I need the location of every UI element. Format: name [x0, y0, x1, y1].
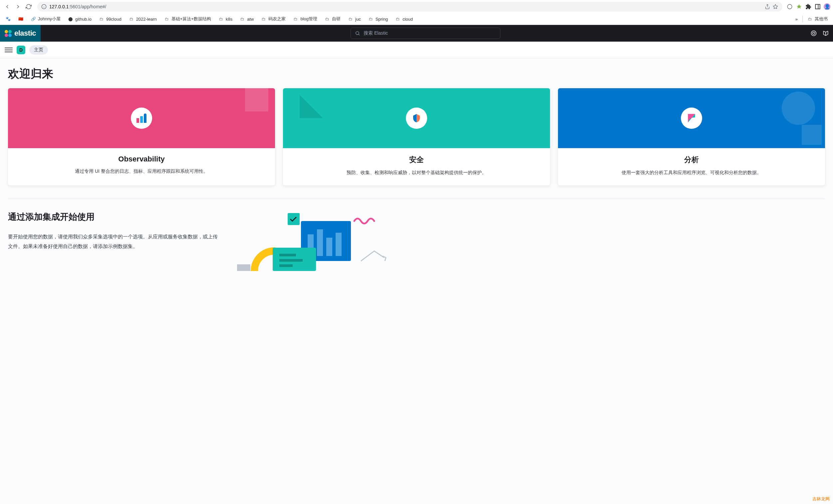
svg-point-10 — [811, 31, 816, 36]
browser-chrome: 127.0.0.1:5601/app/home#/ 👤 🐾 🇨🇳 🔗Johnny… — [0, 0, 833, 25]
integrations-section: 通过添加集成开始使用 要开始使用您的数据，请使用我们众多采集选项中的一个选项。从… — [8, 211, 825, 271]
info-icon — [41, 4, 47, 9]
welcome-title: 欢迎归来 — [8, 66, 825, 81]
card-observability[interactable]: Observability 通过专用 UI 整合您的日志、指标、应用程序跟踪和系… — [8, 88, 275, 186]
bookmark-item[interactable]: 🔗Johnny小屋 — [28, 15, 63, 23]
help-icon[interactable] — [810, 30, 817, 37]
card-analytics[interactable]: 分析 使用一套强大的分析工具和应用程序浏览、可视化和分析您的数据。 — [558, 88, 825, 186]
link-icon: 🔗 — [31, 16, 36, 22]
bookmark-item[interactable]: ⬤github.io — [65, 15, 94, 23]
folder-icon: 🗀 — [261, 16, 266, 22]
solution-cards: Observability 通过专用 UI 整合您的日志、指标、应用程序跟踪和系… — [8, 88, 825, 186]
nav-back-button[interactable] — [3, 2, 12, 11]
card-header — [283, 88, 550, 148]
profile-avatar[interactable]: 👤 — [824, 3, 830, 10]
url-bar[interactable]: 127.0.0.1:5601/app/home#/ — [37, 2, 782, 11]
folder-icon: 🗀 — [218, 16, 224, 22]
space-selector[interactable]: D — [17, 46, 25, 54]
svg-rect-20 — [279, 259, 303, 262]
bookmark-item[interactable]: 🗀自研 — [322, 15, 343, 23]
bookmark-label: cloud — [403, 17, 413, 22]
bookmark-overflow-button[interactable]: » — [793, 15, 800, 23]
browser-toolbar: 127.0.0.1:5601/app/home#/ 👤 — [0, 0, 833, 13]
bookmark-item[interactable]: 🗀Spring — [365, 15, 391, 23]
bookmark-label: 其他书 — [815, 16, 828, 22]
url-actions — [764, 4, 778, 10]
card-title: Observability — [16, 155, 267, 164]
bookmark-label: juc — [355, 17, 361, 22]
bookmark-label: Johnny小屋 — [38, 16, 61, 22]
baidu-icon: 🐾 — [5, 16, 11, 22]
watermark: 吉林龙网 — [812, 496, 830, 502]
nav-reload-button[interactable] — [24, 2, 33, 11]
bookmark-item[interactable]: 🗀blog管理 — [290, 15, 320, 23]
nav-forward-button[interactable] — [13, 2, 23, 11]
svg-marker-4 — [773, 4, 778, 9]
integrations-illustration — [234, 211, 387, 271]
card-title: 安全 — [291, 155, 542, 165]
search-placeholder: 搜索 Elastic — [363, 30, 388, 36]
svg-point-5 — [787, 4, 792, 9]
newsfeed-icon[interactable] — [822, 30, 829, 37]
folder-icon: 🗀 — [240, 16, 245, 22]
bookmark-item[interactable]: 🗀码农之家 — [258, 15, 288, 23]
bookmark-label: k8s — [226, 17, 232, 22]
elastic-header-actions — [810, 30, 829, 37]
bookmark-label: 码农之家 — [268, 16, 286, 22]
bookmark-item[interactable]: 🗀cloud — [392, 15, 415, 23]
other-bookmarks-folder[interactable]: 🗀其他书 — [805, 15, 830, 23]
section-divider — [8, 199, 825, 199]
svg-rect-19 — [279, 254, 296, 256]
star-icon[interactable] — [772, 4, 778, 10]
bookmark-item[interactable]: 🗀99cloud — [96, 15, 124, 23]
bookmark-item[interactable]: 🗀k8s — [216, 15, 235, 23]
nav-menu-button[interactable] — [5, 46, 13, 54]
bookmark-item[interactable]: 🗀juc — [345, 15, 363, 23]
elastic-logo-text: elastic — [14, 29, 36, 38]
elastic-subheader: D 主页 — [0, 42, 833, 58]
bookmark-item[interactable]: 🐾 — [3, 15, 13, 23]
folder-icon: 🗀 — [395, 16, 401, 22]
bookmark-label: 99cloud — [106, 17, 121, 22]
svg-rect-15 — [326, 238, 332, 256]
bookmarks-divider — [802, 16, 803, 22]
bookmark-item[interactable]: 🗀基础+算法+数据结构 — [162, 15, 214, 23]
folder-icon: 🗀 — [348, 16, 353, 22]
share-icon[interactable] — [764, 4, 770, 10]
elastic-header: elastic 搜索 Elastic — [0, 25, 833, 42]
extensions-puzzle-icon[interactable] — [805, 3, 812, 10]
kibana-icon — [681, 107, 702, 129]
elastic-logo[interactable]: elastic — [0, 25, 41, 42]
breadcrumb[interactable]: 主页 — [29, 45, 48, 55]
elastic-logo-icon — [5, 30, 11, 37]
search-icon — [355, 31, 360, 36]
svg-point-8 — [356, 32, 359, 34]
card-security[interactable]: 安全 预防、收集、检测和响应威胁，以对整个基础架构提供统一的保护。 — [283, 88, 550, 186]
bookmark-item[interactable]: 🗀2022-learn — [126, 15, 160, 23]
card-body: 安全 预防、收集、检测和响应威胁，以对整个基础架构提供统一的保护。 — [283, 148, 550, 186]
svg-rect-21 — [279, 264, 293, 267]
bookmarks-bar: 🐾 🇨🇳 🔗Johnny小屋 ⬤github.io 🗀99cloud 🗀2022… — [0, 13, 833, 25]
folder-icon: 🗀 — [293, 16, 298, 22]
svg-rect-14 — [317, 230, 323, 256]
folder-icon: 🗀 — [164, 16, 169, 22]
elastic-search-input[interactable]: 搜索 Elastic — [351, 28, 500, 39]
home-content: 欢迎归来 Observability 通过专用 UI 整合您的日志、指标、应用程… — [0, 58, 833, 504]
bookmark-label: 自研 — [332, 16, 340, 22]
card-body: Observability 通过专用 UI 整合您的日志、指标、应用程序跟踪和系… — [8, 148, 275, 184]
extension-icon-2[interactable] — [796, 3, 802, 10]
bookmark-item[interactable]: 🗀atw — [237, 15, 256, 23]
arrow-left-icon — [4, 4, 10, 10]
folder-icon: 🗀 — [129, 16, 134, 22]
card-body: 分析 使用一套强大的分析工具和应用程序浏览、可视化和分析您的数据。 — [558, 148, 825, 186]
card-desc: 预防、收集、检测和响应威胁，以对整个基础架构提供统一的保护。 — [291, 169, 542, 176]
bookmark-label: 2022-learn — [136, 17, 157, 22]
svg-rect-16 — [336, 233, 341, 256]
bookmark-label: atw — [247, 17, 254, 22]
bookmark-item[interactable]: 🇨🇳 — [15, 15, 26, 23]
security-icon — [406, 107, 427, 129]
bookmark-label: blog管理 — [300, 16, 317, 22]
extension-icon-1[interactable] — [786, 3, 793, 10]
panel-icon[interactable] — [814, 3, 821, 10]
card-desc: 使用一套强大的分析工具和应用程序浏览、可视化和分析您的数据。 — [566, 169, 817, 176]
